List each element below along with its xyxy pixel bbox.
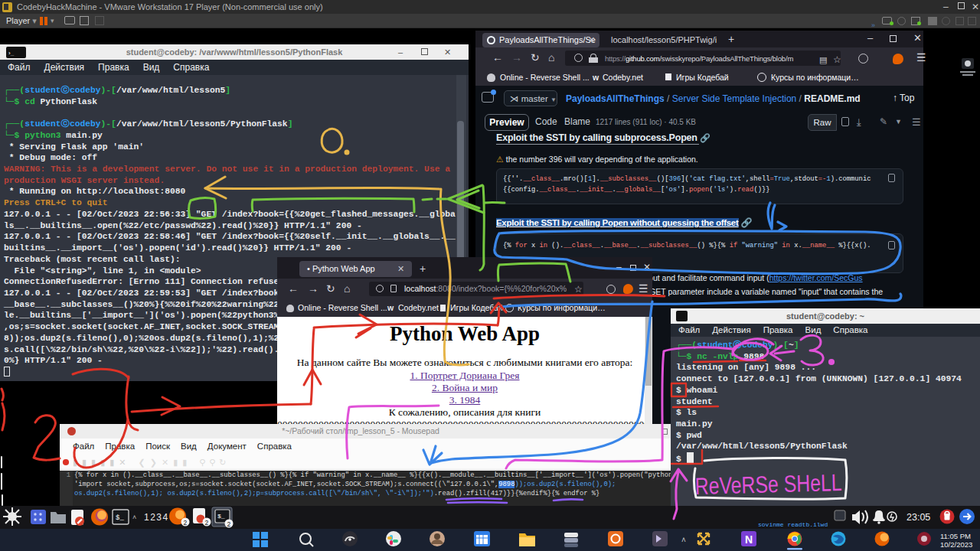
svg-text:2: 2 [227, 520, 231, 528]
svg-text:2: 2 [205, 519, 209, 527]
svg-text:2: 2 [184, 519, 188, 527]
svg-text:$_: $_ [217, 513, 225, 520]
svg-text:1234: 1234 [144, 512, 169, 523]
svg-text:N: N [745, 533, 753, 546]
svg-text:11:05 PM: 11:05 PM [940, 532, 971, 540]
svg-text:10/2/2023: 10/2/2023 [940, 540, 972, 549]
svg-text:˄: ˄ [681, 536, 686, 544]
svg-text:$_: $_ [116, 514, 124, 522]
svg-text:23:05: 23:05 [906, 512, 930, 523]
svg-text:˄: ˄ [132, 514, 136, 521]
